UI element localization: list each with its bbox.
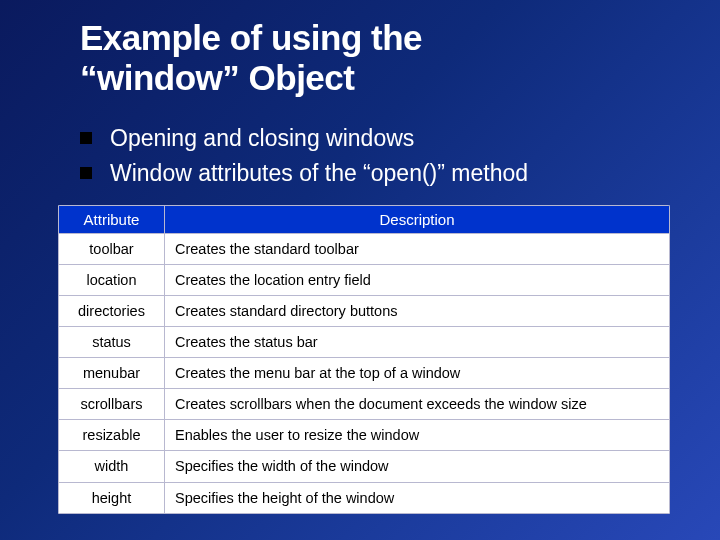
desc-cell: Specifies the height of the window [165,482,670,513]
attr-cell: menubar [59,358,165,389]
square-bullet-icon [80,167,92,179]
title-line-2: “window” Object [80,58,354,97]
col-header-description: Description [165,205,670,233]
desc-cell: Creates scrollbars when the document exc… [165,389,670,420]
col-header-attribute: Attribute [59,205,165,233]
attr-cell: status [59,326,165,357]
table-row: location Creates the location entry fiel… [59,264,670,295]
desc-cell: Creates standard directory buttons [165,295,670,326]
table-row: width Specifies the width of the window [59,451,670,482]
bullet-item: Window attributes of the “open()” method [80,158,680,189]
slide-title: Example of using the “window” Object [80,18,680,99]
table-row: scrollbars Creates scrollbars when the d… [59,389,670,420]
table-row: status Creates the status bar [59,326,670,357]
bullet-item: Opening and closing windows [80,123,680,154]
attr-cell: directories [59,295,165,326]
desc-cell: Creates the location entry field [165,264,670,295]
table-row: toolbar Creates the standard toolbar [59,233,670,264]
desc-cell: Creates the menu bar at the top of a win… [165,358,670,389]
attr-cell: toolbar [59,233,165,264]
desc-cell: Enables the user to resize the window [165,420,670,451]
attr-cell: width [59,451,165,482]
desc-cell: Specifies the width of the window [165,451,670,482]
slide: Example of using the “window” Object Ope… [0,0,720,514]
table-row: directories Creates standard directory b… [59,295,670,326]
desc-cell: Creates the status bar [165,326,670,357]
bullet-list: Opening and closing windows Window attri… [80,123,680,189]
desc-cell: Creates the standard toolbar [165,233,670,264]
table-row: height Specifies the height of the windo… [59,482,670,513]
square-bullet-icon [80,132,92,144]
attr-cell: scrollbars [59,389,165,420]
attributes-table: Attribute Description toolbar Creates th… [58,205,670,514]
bullet-text: Window attributes of the “open()” method [110,158,528,189]
bullet-text: Opening and closing windows [110,123,414,154]
attr-cell: resizable [59,420,165,451]
attr-cell: location [59,264,165,295]
attr-cell: height [59,482,165,513]
title-line-1: Example of using the [80,18,422,57]
table-row: resizable Enables the user to resize the… [59,420,670,451]
table-row: menubar Creates the menu bar at the top … [59,358,670,389]
